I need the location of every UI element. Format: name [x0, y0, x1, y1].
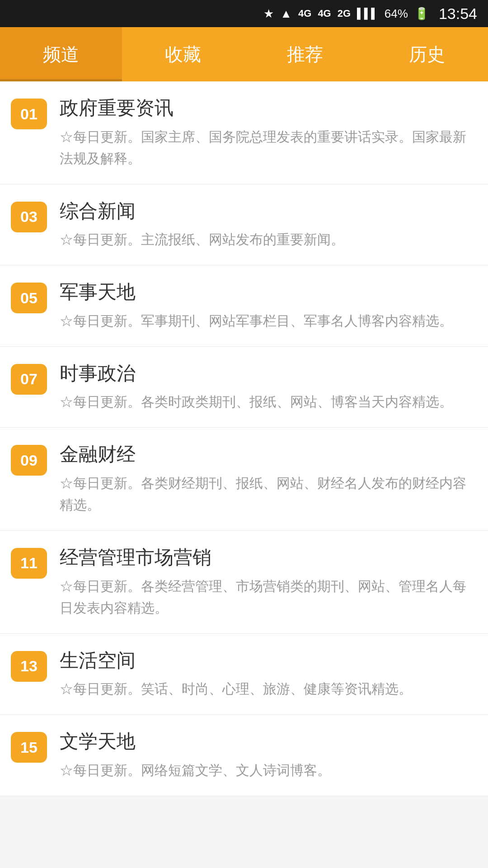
status-bar: ★ ▲ 4G 4G 2G ▌▌▌ 64% 🔋 13:54 — [0, 0, 488, 27]
channel-item-09[interactable]: 09 金融财经 ☆每日更新。各类财经期刊、报纸、网站、财经名人发布的财经内容精选… — [0, 428, 488, 531]
channel-content-07: 时事政治 ☆每日更新。各类时政类期刊、报纸、网站、博客当天内容精选。 — [60, 361, 477, 413]
channel-badge-15: 15 — [11, 732, 47, 763]
channel-desc-05: ☆每日更新。军事期刊、网站军事栏目、军事名人博客内容精选。 — [60, 310, 477, 332]
channel-title-09: 金融财经 — [60, 442, 477, 467]
status-icons: ★ ▲ 4G 4G 2G ▌▌▌ 64% 🔋 13:54 — [263, 5, 477, 23]
channel-badge-03: 03 — [11, 202, 47, 232]
2g-icon: 2G — [338, 8, 351, 19]
signal-icon: ▌▌▌ — [357, 8, 378, 19]
channel-badge-11: 11 — [11, 548, 47, 579]
channel-desc-07: ☆每日更新。各类时政类期刊、报纸、网站、博客当天内容精选。 — [60, 391, 477, 413]
wifi-icon: ▲ — [280, 7, 292, 21]
tab-bar: 频道 收藏 推荐 历史 — [0, 27, 488, 81]
channel-item-07[interactable]: 07 时事政治 ☆每日更新。各类时政类期刊、报纸、网站、博客当天内容精选。 — [0, 347, 488, 428]
channel-desc-11: ☆每日更新。各类经营管理、市场营销类的期刊、网站、管理名人每日发表内容精选。 — [60, 576, 477, 619]
battery-level: 64% — [385, 7, 408, 21]
battery-icon: 🔋 — [414, 7, 429, 21]
channel-badge-01: 01 — [11, 99, 47, 129]
channel-content-03: 综合新闻 ☆每日更新。主流报纸、网站发布的重要新闻。 — [60, 199, 477, 251]
channel-title-11: 经营管理市场营销 — [60, 545, 477, 570]
channel-badge-05: 05 — [11, 283, 47, 313]
channel-content-09: 金融财经 ☆每日更新。各类财经期刊、报纸、网站、财经名人发布的财经内容精选。 — [60, 442, 477, 516]
tab-liShi-label: 历史 — [409, 42, 445, 67]
tab-shouCang[interactable]: 收藏 — [122, 27, 244, 81]
tab-pinDao-label: 频道 — [43, 42, 79, 67]
channel-item-15[interactable]: 15 文学天地 ☆每日更新。网络短篇文学、文人诗词博客。 — [0, 715, 488, 796]
channel-badge-09: 09 — [11, 445, 47, 476]
channel-item-05[interactable]: 05 军事天地 ☆每日更新。军事期刊、网站军事栏目、军事名人博客内容精选。 — [0, 265, 488, 347]
channel-desc-03: ☆每日更新。主流报纸、网站发布的重要新闻。 — [60, 229, 477, 250]
channel-content-15: 文学天地 ☆每日更新。网络短篇文学、文人诗词博客。 — [60, 729, 477, 781]
tab-tuiJian[interactable]: 推荐 — [244, 27, 366, 81]
channel-item-11[interactable]: 11 经营管理市场营销 ☆每日更新。各类经营管理、市场营销类的期刊、网站、管理名… — [0, 531, 488, 634]
status-time: 13:54 — [439, 5, 477, 23]
channel-title-01: 政府重要资讯 — [60, 96, 477, 121]
channel-title-03: 综合新闻 — [60, 199, 477, 224]
channel-badge-13: 13 — [11, 651, 47, 682]
channel-badge-07: 07 — [11, 364, 47, 395]
channel-item-01[interactable]: 01 政府重要资讯 ☆每日更新。国家主席、国务院总理发表的重要讲话实录。国家最新… — [0, 81, 488, 184]
channel-item-03[interactable]: 03 综合新闻 ☆每日更新。主流报纸、网站发布的重要新闻。 — [0, 184, 488, 266]
channel-title-13: 生活空间 — [60, 648, 477, 673]
channel-list: 01 政府重要资讯 ☆每日更新。国家主席、国务院总理发表的重要讲话实录。国家最新… — [0, 81, 488, 796]
channel-desc-13: ☆每日更新。笑话、时尚、心理、旅游、健康等资讯精选。 — [60, 678, 477, 700]
channel-title-05: 军事天地 — [60, 280, 477, 305]
tab-tuiJian-label: 推荐 — [287, 42, 323, 67]
channel-content-05: 军事天地 ☆每日更新。军事期刊、网站军事栏目、军事名人博客内容精选。 — [60, 280, 477, 332]
channel-desc-09: ☆每日更新。各类财经期刊、报纸、网站、财经名人发布的财经内容精选。 — [60, 472, 477, 516]
channel-title-15: 文学天地 — [60, 729, 477, 754]
4g-icon: 4G — [298, 8, 311, 19]
channel-content-13: 生活空间 ☆每日更新。笑话、时尚、心理、旅游、健康等资讯精选。 — [60, 648, 477, 700]
channel-title-07: 时事政治 — [60, 361, 477, 386]
tab-shouCang-label: 收藏 — [165, 42, 201, 67]
bluetooth-icon: ★ — [263, 7, 274, 21]
tab-pinDao[interactable]: 频道 — [0, 27, 122, 81]
channel-item-13[interactable]: 13 生活空间 ☆每日更新。笑话、时尚、心理、旅游、健康等资讯精选。 — [0, 634, 488, 715]
4g-icon-2: 4G — [318, 8, 331, 19]
channel-desc-15: ☆每日更新。网络短篇文学、文人诗词博客。 — [60, 760, 477, 781]
tab-liShi[interactable]: 历史 — [366, 27, 488, 81]
channel-desc-01: ☆每日更新。国家主席、国务院总理发表的重要讲话实录。国家最新法规及解释。 — [60, 126, 477, 170]
channel-content-01: 政府重要资讯 ☆每日更新。国家主席、国务院总理发表的重要讲话实录。国家最新法规及… — [60, 96, 477, 170]
channel-content-11: 经营管理市场营销 ☆每日更新。各类经营管理、市场营销类的期刊、网站、管理名人每日… — [60, 545, 477, 619]
